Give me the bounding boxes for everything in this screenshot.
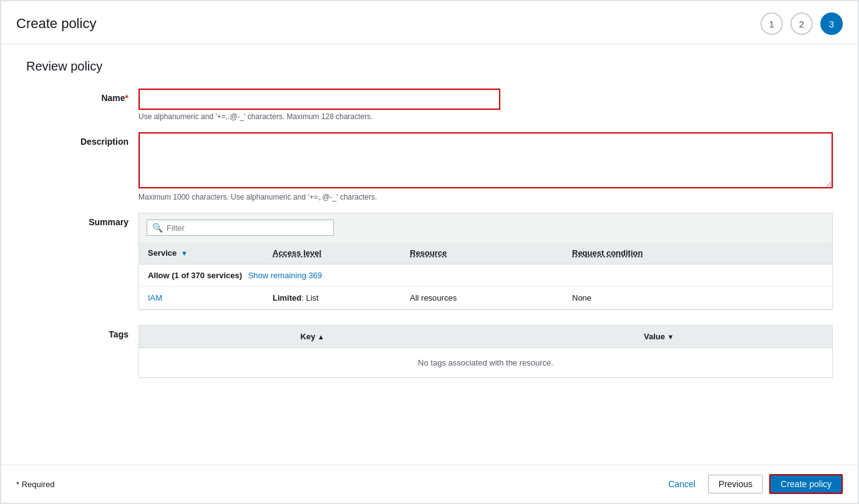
- iam-row: IAM Limited: List All resources None: [139, 287, 832, 309]
- allow-row: Allow (1 of 370 services) Show remaining…: [139, 264, 832, 287]
- tags-field-wrap: Key ▲ Value ▼ No tags associated with th…: [138, 325, 833, 378]
- allow-text: Allow (1 of 370 services): [148, 271, 242, 280]
- summary-field-wrap: 🔍 Service ▼: [138, 213, 833, 310]
- iam-access-bold: Limited: [273, 293, 301, 303]
- th-request-condition[interactable]: Request condition: [563, 242, 832, 264]
- summary-label: Summary: [26, 213, 138, 227]
- iam-access-cell: Limited: List: [264, 287, 401, 309]
- no-tags-cell: No tags associated with the resource.: [139, 348, 833, 378]
- tags-table-header: Key ▲ Value ▼: [139, 326, 833, 348]
- step-1: 1: [760, 12, 783, 35]
- th-service[interactable]: Service ▼: [139, 242, 264, 264]
- iam-link[interactable]: IAM: [148, 293, 162, 303]
- previous-button[interactable]: Previous: [708, 475, 763, 493]
- tags-row: Tags Key ▲ Value ▼: [26, 325, 833, 378]
- filter-input[interactable]: [167, 223, 328, 233]
- content-area: Review policy Name* Use alphanumeric and…: [1, 44, 858, 465]
- no-tags-row: No tags associated with the resource.: [139, 348, 833, 378]
- key-sort-icon: ▲: [318, 333, 324, 341]
- create-policy-button[interactable]: Create policy: [769, 474, 843, 494]
- iam-service-cell: IAM: [139, 287, 264, 309]
- steps-indicator: 1 2 3: [760, 12, 843, 35]
- allow-cell: Allow (1 of 370 services) Show remaining…: [139, 264, 832, 287]
- name-hint: Use alphanumeric and '+=,.@-_' character…: [138, 112, 833, 121]
- tags-label: Tags: [26, 325, 138, 339]
- summary-row: Summary 🔍: [26, 213, 833, 310]
- page-title: Create policy: [16, 16, 96, 32]
- value-sort-icon: ▼: [667, 333, 674, 341]
- description-hint: Maximum 1000 characters. Use alphanumeri…: [138, 193, 833, 201]
- th-resource[interactable]: Resource: [401, 242, 563, 264]
- th-access-level[interactable]: Access level: [264, 242, 401, 264]
- th-value[interactable]: Value ▼: [486, 326, 833, 348]
- description-textarea[interactable]: [138, 132, 833, 188]
- filter-input-wrap: 🔍: [147, 220, 334, 236]
- section-title: Review policy: [26, 59, 833, 74]
- tags-table: Key ▲ Value ▼ No tags associated with th…: [138, 325, 833, 378]
- footer-buttons: Cancel Previous Create policy: [662, 474, 843, 494]
- step-3: 3: [820, 12, 843, 35]
- description-label: Description: [26, 132, 138, 147]
- iam-request-cell: None: [563, 287, 832, 309]
- required-note: * Required: [16, 480, 54, 489]
- footer: * Required Cancel Previous Create policy: [1, 465, 858, 503]
- name-input[interactable]: [138, 89, 500, 110]
- iam-resource-cell: All resources: [401, 287, 563, 309]
- step-2: 2: [790, 12, 813, 35]
- name-label: Name*: [26, 89, 138, 103]
- iam-access-rest: : List: [301, 293, 318, 303]
- show-remaining-link[interactable]: Show remaining 369: [248, 271, 323, 280]
- name-field-wrap: Use alphanumeric and '+=,.@-_' character…: [138, 89, 833, 121]
- search-icon: 🔍: [152, 223, 163, 233]
- description-row: Description Maximum 1000 characters. Use…: [26, 132, 833, 201]
- header: Create policy 1 2 3: [1, 1, 858, 44]
- summary-container: 🔍 Service ▼: [138, 213, 833, 310]
- service-sort-icon: ▼: [181, 250, 188, 257]
- cancel-button[interactable]: Cancel: [662, 475, 702, 493]
- summary-table-header: Service ▼ Access level Resource: [139, 242, 832, 264]
- filter-bar: 🔍: [139, 213, 832, 242]
- summary-table: Service ▼ Access level Resource: [139, 242, 832, 309]
- name-row: Name* Use alphanumeric and '+=,.@-_' cha…: [26, 89, 833, 121]
- th-key[interactable]: Key ▲: [139, 326, 486, 348]
- description-field-wrap: Maximum 1000 characters. Use alphanumeri…: [138, 132, 833, 201]
- name-required-star: *: [125, 93, 129, 103]
